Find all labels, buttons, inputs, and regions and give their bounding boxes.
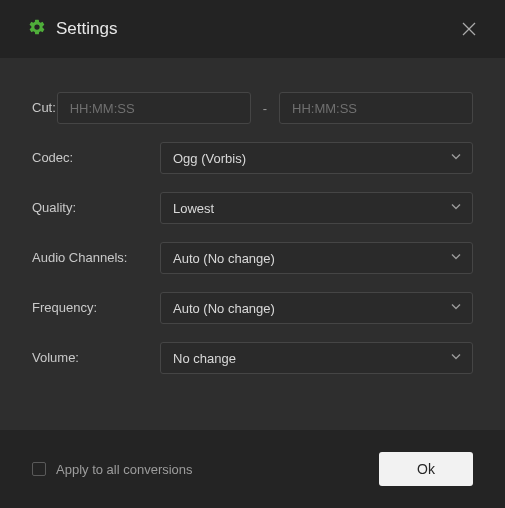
cut-separator: - (261, 101, 269, 116)
codec-select[interactable]: Ogg (Vorbis) (160, 142, 473, 174)
chevron-down-icon (450, 201, 462, 216)
apply-all-checkbox[interactable] (32, 462, 46, 476)
ok-button[interactable]: Ok (379, 452, 473, 486)
audio-channels-label: Audio Channels: (32, 242, 160, 268)
quality-select[interactable]: Lowest (160, 192, 473, 224)
chevron-down-icon (450, 151, 462, 166)
audio-channels-select[interactable]: Auto (No change) (160, 242, 473, 274)
gear-icon (28, 18, 46, 40)
row-cut: Cut: - (32, 92, 473, 124)
volume-label: Volume: (32, 342, 160, 368)
quality-label: Quality: (32, 192, 160, 218)
cut-label: Cut: (32, 92, 57, 118)
cut-to-input[interactable] (279, 92, 473, 124)
titlebar: Settings (0, 0, 505, 58)
dialog-title: Settings (56, 19, 117, 39)
row-frequency: Frequency: Auto (No change) (32, 292, 473, 324)
row-audio-channels: Audio Channels: Auto (No change) (32, 242, 473, 274)
codec-label: Codec: (32, 142, 160, 168)
chevron-down-icon (450, 251, 462, 266)
apply-all-checkbox-wrap[interactable]: Apply to all conversions (32, 462, 193, 477)
volume-value: No change (173, 351, 236, 366)
cut-controls: - (57, 92, 473, 124)
frequency-label: Frequency: (32, 292, 160, 318)
frequency-select[interactable]: Auto (No change) (160, 292, 473, 324)
chevron-down-icon (450, 351, 462, 366)
chevron-down-icon (450, 301, 462, 316)
frequency-value: Auto (No change) (173, 301, 275, 316)
row-codec: Codec: Ogg (Vorbis) (32, 142, 473, 174)
title-left: Settings (28, 18, 117, 40)
dialog-body: Cut: - Codec: Ogg (Vorbis) Quality: (0, 58, 505, 430)
row-volume: Volume: No change (32, 342, 473, 374)
dialog-footer: Apply to all conversions Ok (0, 430, 505, 508)
quality-value: Lowest (173, 201, 214, 216)
apply-all-label: Apply to all conversions (56, 462, 193, 477)
close-button[interactable] (455, 15, 483, 43)
volume-select[interactable]: No change (160, 342, 473, 374)
audio-channels-value: Auto (No change) (173, 251, 275, 266)
cut-from-input[interactable] (57, 92, 251, 124)
settings-dialog: Settings Cut: - Codec: Ogg (Vorbis) (0, 0, 505, 508)
codec-value: Ogg (Vorbis) (173, 151, 246, 166)
row-quality: Quality: Lowest (32, 192, 473, 224)
